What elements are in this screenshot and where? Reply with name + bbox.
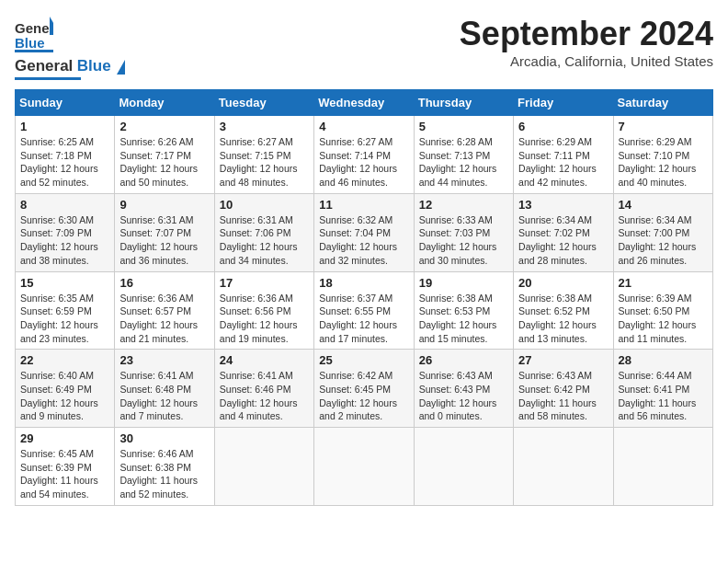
- calendar-cell: [214, 428, 313, 506]
- calendar-cell: 16Sunrise: 6:36 AMSunset: 6:57 PMDayligh…: [115, 271, 214, 350]
- day-number: 16: [119, 276, 209, 290]
- calendar-week-row: 15Sunrise: 6:35 AMSunset: 6:59 PMDayligh…: [16, 271, 713, 350]
- day-info: Sunrise: 6:26 AMSunset: 7:17 PMDaylight:…: [119, 135, 209, 190]
- day-info: Sunrise: 6:36 AMSunset: 6:56 PMDaylight:…: [220, 292, 309, 346]
- calendar-cell: 2Sunrise: 6:26 AMSunset: 7:17 PMDaylight…: [115, 116, 214, 194]
- calendar-week-row: 29Sunrise: 6:45 AMSunset: 6:39 PMDayligh…: [16, 428, 713, 506]
- weekday-header: Sunday: [16, 90, 115, 116]
- day-info: Sunrise: 6:37 AMSunset: 6:55 PMDaylight:…: [319, 292, 408, 346]
- calendar-cell: 28Sunrise: 6:44 AMSunset: 6:41 PMDayligh…: [613, 350, 712, 428]
- logo-icon: General Blue: [15, 15, 53, 53]
- calendar-cell: 22Sunrise: 6:40 AMSunset: 6:49 PMDayligh…: [16, 350, 115, 428]
- calendar-cell: 25Sunrise: 6:42 AMSunset: 6:45 PMDayligh…: [314, 350, 414, 428]
- calendar-cell: 27Sunrise: 6:43 AMSunset: 6:42 PMDayligh…: [514, 350, 613, 428]
- day-info: Sunrise: 6:27 AMSunset: 7:15 PMDaylight:…: [220, 135, 309, 190]
- weekday-header: Saturday: [613, 90, 712, 116]
- day-number: 30: [119, 431, 209, 445]
- day-info: Sunrise: 6:27 AMSunset: 7:14 PMDaylight:…: [319, 135, 408, 190]
- calendar-cell: 1Sunrise: 6:25 AMSunset: 7:18 PMDaylight…: [16, 116, 115, 194]
- calendar-cell: 23Sunrise: 6:41 AMSunset: 6:48 PMDayligh…: [115, 350, 214, 428]
- day-number: 26: [419, 353, 508, 367]
- day-info: Sunrise: 6:32 AMSunset: 7:04 PMDaylight:…: [319, 213, 408, 268]
- day-number: 19: [419, 276, 508, 290]
- calendar-cell: 13Sunrise: 6:34 AMSunset: 7:02 PMDayligh…: [514, 193, 613, 271]
- day-number: 15: [20, 276, 109, 290]
- weekday-header: Monday: [115, 90, 214, 116]
- day-info: Sunrise: 6:40 AMSunset: 6:49 PMDaylight:…: [20, 369, 109, 423]
- calendar-cell: 24Sunrise: 6:41 AMSunset: 6:46 PMDayligh…: [214, 350, 313, 428]
- calendar-cell: [314, 428, 414, 506]
- calendar-cell: 20Sunrise: 6:38 AMSunset: 6:52 PMDayligh…: [514, 271, 613, 350]
- day-number: 9: [119, 198, 209, 212]
- day-number: 27: [518, 353, 608, 367]
- weekday-header: Wednesday: [314, 90, 414, 116]
- logo: General Blue General Blue: [15, 15, 125, 80]
- day-number: 12: [419, 198, 508, 212]
- calendar-cell: 26Sunrise: 6:43 AMSunset: 6:43 PMDayligh…: [414, 350, 513, 428]
- weekday-header: Friday: [514, 90, 613, 116]
- day-number: 6: [518, 120, 608, 133]
- calendar-cell: [514, 428, 613, 506]
- calendar-table: SundayMondayTuesdayWednesdayThursdayFrid…: [15, 89, 713, 506]
- calendar-week-row: 22Sunrise: 6:40 AMSunset: 6:49 PMDayligh…: [16, 350, 713, 428]
- day-number: 25: [319, 353, 408, 367]
- calendar-cell: 11Sunrise: 6:32 AMSunset: 7:04 PMDayligh…: [314, 193, 414, 271]
- calendar-cell: [414, 428, 513, 506]
- day-info: Sunrise: 6:35 AMSunset: 6:59 PMDaylight:…: [20, 292, 109, 346]
- day-info: Sunrise: 6:38 AMSunset: 6:53 PMDaylight:…: [419, 292, 508, 346]
- svg-text:General: General: [15, 20, 53, 36]
- day-number: 11: [319, 198, 408, 212]
- day-info: Sunrise: 6:43 AMSunset: 6:43 PMDaylight:…: [419, 369, 508, 423]
- day-number: 4: [319, 120, 408, 133]
- day-number: 13: [518, 198, 608, 212]
- calendar-cell: 4Sunrise: 6:27 AMSunset: 7:14 PMDaylight…: [314, 116, 414, 194]
- calendar-cell: 7Sunrise: 6:29 AMSunset: 7:10 PMDaylight…: [613, 116, 712, 194]
- logo-general: General: [15, 57, 73, 75]
- day-info: Sunrise: 6:45 AMSunset: 6:39 PMDaylight:…: [20, 447, 109, 501]
- calendar-cell: 9Sunrise: 6:31 AMSunset: 7:07 PMDaylight…: [115, 193, 214, 271]
- calendar-cell: 8Sunrise: 6:30 AMSunset: 7:09 PMDaylight…: [16, 193, 115, 271]
- logo-triangle-icon: [117, 60, 125, 75]
- svg-text:Blue: Blue: [15, 35, 45, 51]
- day-info: Sunrise: 6:30 AMSunset: 7:09 PMDaylight:…: [20, 213, 109, 268]
- calendar-cell: 21Sunrise: 6:39 AMSunset: 6:50 PMDayligh…: [613, 271, 712, 350]
- day-info: Sunrise: 6:38 AMSunset: 6:52 PMDaylight:…: [518, 292, 608, 346]
- day-info: Sunrise: 6:31 AMSunset: 7:06 PMDaylight:…: [220, 213, 309, 268]
- calendar-cell: 5Sunrise: 6:28 AMSunset: 7:13 PMDaylight…: [414, 116, 513, 194]
- day-info: Sunrise: 6:34 AMSunset: 7:00 PMDaylight:…: [619, 213, 708, 268]
- calendar-cell: 14Sunrise: 6:34 AMSunset: 7:00 PMDayligh…: [613, 193, 712, 271]
- day-number: 2: [119, 120, 209, 133]
- weekday-header: Thursday: [414, 90, 513, 116]
- calendar-cell: 10Sunrise: 6:31 AMSunset: 7:06 PMDayligh…: [214, 193, 313, 271]
- calendar-cell: 18Sunrise: 6:37 AMSunset: 6:55 PMDayligh…: [314, 271, 414, 350]
- weekday-header-row: SundayMondayTuesdayWednesdayThursdayFrid…: [16, 90, 713, 116]
- day-info: Sunrise: 6:46 AMSunset: 6:38 PMDaylight:…: [119, 447, 209, 501]
- day-info: Sunrise: 6:42 AMSunset: 6:45 PMDaylight:…: [319, 369, 408, 423]
- day-info: Sunrise: 6:39 AMSunset: 6:50 PMDaylight:…: [619, 292, 708, 346]
- day-number: 22: [20, 353, 109, 367]
- day-info: Sunrise: 6:28 AMSunset: 7:13 PMDaylight:…: [419, 135, 508, 190]
- day-info: Sunrise: 6:31 AMSunset: 7:07 PMDaylight:…: [119, 213, 209, 268]
- month-title: September 2024: [460, 15, 713, 53]
- weekday-header: Tuesday: [214, 90, 313, 116]
- day-number: 28: [619, 353, 708, 367]
- day-number: 23: [119, 353, 209, 367]
- day-info: Sunrise: 6:44 AMSunset: 6:41 PMDaylight:…: [619, 369, 708, 423]
- day-info: Sunrise: 6:43 AMSunset: 6:42 PMDaylight:…: [518, 369, 608, 423]
- location-title: Arcadia, California, United States: [460, 53, 713, 69]
- day-number: 24: [220, 353, 309, 367]
- title-area: September 2024 Arcadia, California, Unit…: [460, 15, 713, 69]
- page-header: General Blue General Blue September 2024…: [15, 15, 713, 80]
- calendar-cell: 12Sunrise: 6:33 AMSunset: 7:03 PMDayligh…: [414, 193, 513, 271]
- calendar-cell: 6Sunrise: 6:29 AMSunset: 7:11 PMDaylight…: [514, 116, 613, 194]
- svg-rect-3: [15, 50, 53, 52]
- calendar-cell: [613, 428, 712, 506]
- calendar-cell: 3Sunrise: 6:27 AMSunset: 7:15 PMDaylight…: [214, 116, 313, 194]
- day-number: 5: [419, 120, 508, 133]
- calendar-cell: 19Sunrise: 6:38 AMSunset: 6:53 PMDayligh…: [414, 271, 513, 350]
- day-info: Sunrise: 6:25 AMSunset: 7:18 PMDaylight:…: [20, 135, 109, 190]
- day-number: 21: [619, 276, 708, 290]
- day-info: Sunrise: 6:29 AMSunset: 7:11 PMDaylight:…: [518, 135, 608, 190]
- logo-underline: [15, 77, 81, 80]
- day-info: Sunrise: 6:34 AMSunset: 7:02 PMDaylight:…: [518, 213, 608, 268]
